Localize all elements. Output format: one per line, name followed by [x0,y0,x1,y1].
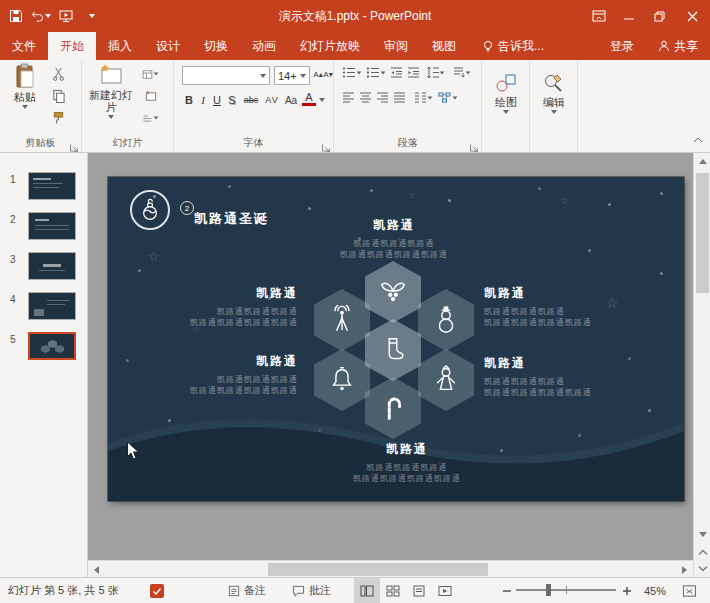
tab-slideshow[interactable]: 幻灯片放映 [288,32,372,60]
underline-button[interactable]: U [210,91,224,109]
font-color-button[interactable]: A [302,91,316,106]
increase-indent-button[interactable] [407,66,420,79]
change-case-button[interactable]: Aa [282,91,300,109]
horizontal-scrollbar[interactable] [88,560,693,577]
hexagon-stocking[interactable] [365,319,421,381]
previous-slide-button[interactable] [694,543,710,560]
restore-button[interactable] [644,0,674,32]
tab-insert[interactable]: 插入 [96,32,144,60]
italic-button[interactable]: I [197,91,209,109]
tab-view[interactable]: 视图 [420,32,468,60]
shrink-font-button[interactable]: A▾ [322,65,334,83]
cut-button[interactable] [50,66,67,82]
text-node-right-upper[interactable]: 凯路通 凯路通凯路通凯路通 凯路通凯路通凯路通凯路通 [484,285,644,328]
next-slide-button[interactable] [694,560,710,577]
convert-smartart-button[interactable] [438,91,458,104]
decrease-indent-button[interactable] [390,66,403,79]
strikethrough-button[interactable]: abc [240,91,262,109]
hexagon-signal-tower[interactable] [314,289,370,351]
share-button[interactable]: 共享 [646,32,710,60]
slide-counter[interactable]: 幻灯片 第 5 张, 共 5 张 [8,578,119,603]
drawing-button[interactable]: 绘图 [486,72,526,114]
text-node-right-lower[interactable]: 凯路通 凯路通凯路通凯路通 凯路通凯路通凯路通凯路通 [484,355,644,398]
copy-button[interactable] [50,88,67,104]
text-node-left-upper[interactable]: 凯路通 凯路通凯路通凯路通 凯路通凯路通凯路通凯路通 [148,285,298,328]
text-direction-button[interactable] [452,66,471,79]
columns-button[interactable] [414,91,433,104]
slideshow-view-button[interactable] [432,578,458,603]
elf-icon [431,365,461,395]
node-line: 凯路通凯路通凯路通凯路通 [148,385,298,396]
zoom-slider-thumb[interactable] [546,584,551,596]
hexagon-snowman[interactable] [418,289,474,351]
notes-button[interactable]: 备注 [228,578,266,603]
bullets-button[interactable] [342,66,362,79]
justify-button[interactable] [393,91,406,104]
ribbon-display-options-button[interactable] [584,0,614,32]
scroll-down-button[interactable] [694,526,710,543]
align-center-button[interactable] [359,91,372,104]
vertical-scrollbar[interactable] [693,153,710,577]
zoom-in-button[interactable] [622,578,632,603]
thumbnail-number: 1 [10,174,16,185]
text-node-left-lower[interactable]: 凯路通 凯路通凯路通凯路通 凯路通凯路通凯路通凯路通 [148,353,298,396]
tab-animations[interactable]: 动画 [240,32,288,60]
slide-canvas[interactable]: ☆ ☆ ☆ ☆ ☆ ☆ ☆ ☆ [108,177,684,501]
section-button[interactable] [142,110,159,126]
horizontal-scroll-thumb[interactable] [268,563,488,576]
slide-title-block[interactable]: 2 凯路通圣诞 [130,190,269,230]
character-spacing-button[interactable]: AV [263,91,281,109]
tab-file[interactable]: 文件 [0,32,48,60]
text-node-bottom[interactable]: 凯路通 凯路通凯路通凯路通 凯路通凯路通凯路通凯路通 [307,441,507,484]
reset-button[interactable] [142,88,159,104]
new-slide-button[interactable]: 新建幻灯片 [88,63,134,119]
normal-view-button[interactable] [354,578,380,603]
zoom-out-button[interactable] [502,578,512,603]
bold-button[interactable]: B [182,91,196,109]
text-shadow-button[interactable]: S [225,91,239,109]
vertical-scroll-thumb[interactable] [696,173,709,293]
text-node-top[interactable]: 凯路通 凯路通凯路通凯路通 凯路通凯路通凯路通凯路通 [294,217,494,260]
thumbnail-slide-2[interactable]: 2 [0,212,88,246]
thumbnail-slide-3[interactable]: 3 [0,252,88,286]
editing-button[interactable]: 编辑 [534,72,574,114]
font-color-dropdown[interactable] [318,91,326,109]
align-left-button[interactable] [342,91,355,104]
tab-design[interactable]: 设计 [144,32,192,60]
proofing-status-button[interactable] [150,578,164,603]
close-button[interactable] [674,0,710,32]
sign-in-button[interactable]: 登录 [598,32,646,60]
thumbnail-slide-5-selected[interactable]: 5 [0,332,88,366]
hexagon-holly[interactable] [365,261,421,323]
scroll-up-button[interactable] [694,153,710,170]
numbering-button[interactable] [366,66,386,79]
layout-button[interactable] [142,66,159,82]
group-editing: 编辑 [530,60,578,152]
line-spacing-button[interactable] [426,66,445,79]
minimize-button[interactable] [614,0,644,32]
collapse-ribbon-button[interactable] [692,130,704,148]
tab-home[interactable]: 开始 [48,32,96,60]
scroll-left-button[interactable] [88,561,105,577]
comments-button[interactable]: 批注 [292,578,331,603]
paragraph-dialog-launcher[interactable] [469,139,479,149]
font-size-combo[interactable]: 14+ [274,66,310,85]
slide-sorter-view-button[interactable] [380,578,406,603]
reading-view-button[interactable] [406,578,432,603]
zoom-slider[interactable] [516,578,616,603]
font-name-combo[interactable] [182,66,270,85]
view-switcher [354,578,458,603]
align-right-button[interactable] [376,91,389,104]
clipboard-dialog-launcher[interactable] [69,139,79,149]
tab-transitions[interactable]: 切换 [192,32,240,60]
tell-me-box[interactable]: 告诉我... [472,32,554,60]
scroll-right-button[interactable] [676,561,693,577]
zoom-level-button[interactable]: 45% [644,578,666,603]
format-painter-button[interactable] [50,110,67,126]
thumbnail-slide-4[interactable]: 4 [0,292,88,326]
paste-button[interactable]: 粘贴 [6,63,44,109]
thumbnail-slide-1[interactable]: 1 [0,172,88,206]
font-dialog-launcher[interactable] [321,139,331,149]
tab-review[interactable]: 审阅 [372,32,420,60]
fit-slide-to-window-button[interactable] [682,578,697,603]
